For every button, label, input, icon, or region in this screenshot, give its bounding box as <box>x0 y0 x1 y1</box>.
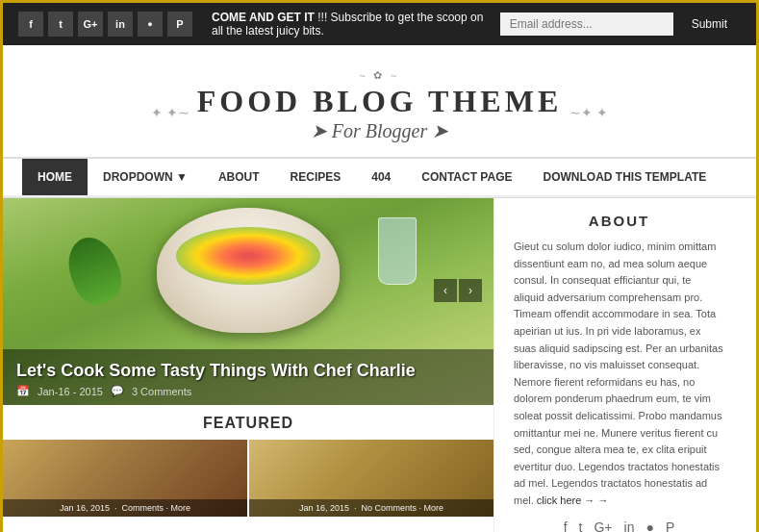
sidebar-gplus-icon[interactable]: G+ <box>594 519 612 533</box>
nav-download[interactable]: DOWNLOAD THIS TEMPLATE <box>527 159 721 195</box>
featured-title: Featured <box>3 415 493 432</box>
bowl-shape <box>157 208 340 333</box>
submit-button[interactable]: Submit <box>678 13 741 36</box>
logo-decoration: ~ ✿ ~ <box>22 69 737 82</box>
hero-date: Jan-16 - 2015 <box>38 386 103 397</box>
featured-meta-2: Jan 16, 2015 · No Comments · More <box>255 503 488 513</box>
hero-comments: 3 Comments <box>132 386 191 397</box>
main-column: ‹ › Let's Cook Some Tasty Things With Ch… <box>3 198 493 532</box>
prev-slide-button[interactable]: ‹ <box>434 279 457 302</box>
featured-date-1: Jan 16, 2015 <box>60 503 110 513</box>
sidebar-pinterest-icon[interactable]: P <box>666 519 674 533</box>
linkedin-icon[interactable]: in <box>108 12 133 37</box>
about-heading: ABOUT <box>514 213 724 229</box>
featured-comments-1: Comments · More <box>122 503 191 513</box>
about-widget: ABOUT Gieut cu solum dolor iudico, minim… <box>514 213 724 532</box>
facebook-icon[interactable]: f <box>18 12 43 37</box>
sidebar-facebook-icon[interactable]: f <box>564 519 568 533</box>
sidebar-linkedin-icon[interactable]: in <box>624 519 635 533</box>
pinterest-icon[interactable]: P <box>167 12 192 37</box>
featured-overlay-2: Jan 16, 2015 · No Comments · More <box>249 499 493 517</box>
twitter-icon[interactable]: t <box>48 12 73 37</box>
glass-shape <box>378 217 417 285</box>
featured-grid: Jan 16, 2015 · Comments · More Jan 16, 2… <box>3 440 493 517</box>
next-slide-button[interactable]: › <box>459 279 482 302</box>
main-content: ‹ › Let's Cook Some Tasty Things With Ch… <box>3 198 756 532</box>
nav-404[interactable]: 404 <box>356 159 406 195</box>
sidebar-instagram-icon[interactable]: ● <box>645 519 653 533</box>
featured-date-2: Jan 16, 2015 <box>299 503 349 513</box>
instagram-icon[interactable]: ● <box>138 12 163 37</box>
nav-home[interactable]: HOME <box>22 159 88 195</box>
hero-title: Let's Cook Some Tasty Things With Chef C… <box>16 361 480 381</box>
nav-wrapper: HOME DROPDOWN ▼ ABOUT RECIPES 404 CONTAC… <box>3 158 756 198</box>
featured-comments-2: No Comments · More <box>362 503 444 513</box>
hero-overlay: Let's Cook Some Tasty Things With Chef C… <box>3 349 493 405</box>
nav-dropdown[interactable]: DROPDOWN ▼ <box>88 159 203 195</box>
comment-icon: 💬 <box>111 385 124 397</box>
about-text: Gieut cu solum dolor iudico, minim omitt… <box>514 239 724 510</box>
hero-slider: ‹ › Let's Cook Some Tasty Things With Ch… <box>3 198 493 405</box>
site-header: ~ ✿ ~ ✦ ✦∼ FOOD BLOG THEME ➤ For Blogger… <box>3 45 756 158</box>
featured-item-1[interactable]: Jan 16, 2015 · Comments · More <box>3 440 247 517</box>
hero-meta: 📅 Jan-16 - 2015 💬 3 Comments <box>16 385 480 397</box>
logo-ornament-left: ✦ ✦∼ <box>151 105 190 121</box>
promo-text: COME AND GET IT !!! Subscribe to get the… <box>202 11 491 38</box>
nav-bar: HOME DROPDOWN ▼ ABOUT RECIPES 404 CONTAC… <box>3 159 756 197</box>
featured-overlay-1: Jan 16, 2015 · Comments · More <box>3 499 247 517</box>
logo-title: FOOD BLOG THEME <box>197 84 562 119</box>
nav-about[interactable]: ABOUT <box>203 159 275 195</box>
about-social-icons: f t G+ in ● P <box>514 519 724 533</box>
featured-meta-1: Jan 16, 2015 · Comments · More <box>9 503 241 513</box>
calendar-icon: 📅 <box>16 385 30 397</box>
about-link[interactable]: click here → <box>537 494 609 506</box>
top-social-icons: f t G+ in ● P <box>18 12 192 37</box>
top-bar: f t G+ in ● P COME AND GET IT !!! Subscr… <box>3 3 756 45</box>
nav-contact[interactable]: CONTACT PAGE <box>406 159 527 195</box>
featured-section: Featured Jan 16, 2015 · Comments · More <box>3 405 493 517</box>
email-form: Submit <box>500 13 741 36</box>
food-content <box>176 227 320 285</box>
sidebar: ABOUT Gieut cu solum dolor iudico, minim… <box>493 198 744 532</box>
sidebar-twitter-icon[interactable]: t <box>579 519 583 533</box>
featured-item-2[interactable]: Jan 16, 2015 · No Comments · More <box>249 440 493 517</box>
slider-controls: ‹ › <box>434 279 482 302</box>
email-input[interactable] <box>500 13 673 36</box>
google-plus-icon[interactable]: G+ <box>78 12 103 37</box>
logo-subtitle: ➤ For Blogger ➤ <box>197 119 562 142</box>
nav-recipes[interactable]: RECIPES <box>275 159 357 195</box>
logo-ornament-right: ∼✦ ✦ <box>569 105 608 121</box>
avocado-shape <box>61 231 129 311</box>
